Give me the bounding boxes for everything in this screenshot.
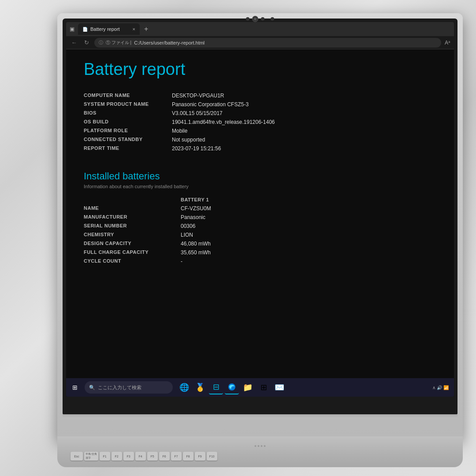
screen-bezel: ▣ 📄 Battery report × + ← ↻ ⓘ ① ファイル | C:… bbox=[63, 19, 457, 414]
battery-row-manufacturer: MANUFACTURER Panasonic bbox=[84, 213, 436, 222]
address-field[interactable]: ⓘ ① ファイル | C:/Users/user/battery-report.… bbox=[94, 38, 441, 48]
battery-label-manufacturer: MANUFACTURER bbox=[84, 214, 181, 220]
label-computer-name: COMPUTER NAME bbox=[84, 93, 172, 99]
battery-value-full-charge: 35,650 mWh bbox=[181, 249, 211, 256]
browser-settings-icon[interactable]: Aᵃ bbox=[445, 40, 450, 46]
speaker-dot1 bbox=[255, 445, 257, 447]
key-f10[interactable]: F10 bbox=[207, 452, 217, 461]
key-f2[interactable]: F2 bbox=[112, 452, 122, 461]
taskbar-search-icon: 🔍 bbox=[89, 385, 95, 390]
key-f5[interactable]: F5 bbox=[147, 452, 158, 461]
info-row-os-build: OS BUILD 19041.1.amd64fre.vb_release.191… bbox=[84, 118, 436, 126]
battery-value-manufacturer: Panasonic bbox=[181, 214, 205, 220]
webcam-indicator-dot3 bbox=[271, 17, 274, 21]
battery-label-full-charge: FULL CHARGE CAPACITY bbox=[84, 249, 181, 256]
installed-batteries-title: Installed batteries bbox=[84, 171, 436, 182]
value-computer-name: DESKTOP-VPGAU1R bbox=[172, 93, 224, 99]
key-f6[interactable]: F6 bbox=[159, 452, 170, 461]
browser-sidebar-icon[interactable]: ▣ bbox=[70, 26, 74, 32]
browser-tab-battery-report[interactable]: 📄 Battery report × bbox=[78, 23, 140, 35]
webcam-indicator-dot2 bbox=[261, 17, 264, 21]
battery-row-full-charge: FULL CHARGE CAPACITY 35,650 mWh bbox=[84, 248, 436, 257]
value-connected-standby: Not supported bbox=[172, 137, 205, 143]
value-os-build: 19041.1.amd64fre.vb_release.191206-1406 bbox=[172, 119, 275, 125]
address-lock-icon: ⓘ bbox=[99, 40, 103, 46]
taskbar-right-area: ∧ 🔊 📶 bbox=[432, 385, 452, 390]
webcam-indicator-dot bbox=[246, 17, 249, 21]
label-report-time: REPORT TIME bbox=[84, 145, 172, 152]
speaker-dot2 bbox=[258, 445, 260, 447]
battery-value-serial: 00306 bbox=[181, 223, 195, 229]
value-platform-role: Mobile bbox=[172, 128, 187, 134]
battery-value-name: CF-VZSU0M bbox=[181, 205, 211, 212]
new-tab-button[interactable]: + bbox=[141, 25, 151, 33]
screen: ▣ 📄 Battery report × + ← ↻ ⓘ ① ファイル | C:… bbox=[66, 22, 454, 397]
refresh-button[interactable]: ↻ bbox=[82, 39, 91, 46]
taskbar-search-placeholder: ここに入力して検索 bbox=[98, 384, 141, 391]
taskbar-icon-store[interactable]: ⊞ bbox=[257, 380, 271, 394]
value-system-product: Panasonic Corporation CFSZ5-3 bbox=[172, 101, 249, 108]
info-row-connected-standby: CONNECTED STANDBY Not supported bbox=[84, 135, 436, 144]
taskbar-system-tray: ∧ 🔊 📶 bbox=[432, 385, 449, 390]
taskbar-icon-edge[interactable]: ⊟ bbox=[209, 380, 223, 394]
info-row-system-product: SYSTEM PRODUCT NAME Panasonic Corporatio… bbox=[84, 100, 436, 109]
taskbar-icon-medal[interactable]: 🥇 bbox=[193, 380, 207, 394]
info-row-computer-name: COMPUTER NAME DESKTOP-VPGAU1R bbox=[84, 91, 436, 100]
webcam-lens bbox=[252, 16, 258, 22]
browser-chrome: ▣ 📄 Battery report × + bbox=[66, 22, 454, 36]
key-f9[interactable]: F9 bbox=[195, 452, 205, 461]
speaker-dot3 bbox=[261, 445, 263, 447]
taskbar-icon-globe[interactable]: 🌐 bbox=[177, 380, 191, 394]
battery-label-cycle-count: CYCLE COUNT bbox=[84, 258, 181, 264]
battery-value-chemistry: LION bbox=[181, 232, 193, 238]
key-f8[interactable]: F8 bbox=[183, 452, 193, 461]
screen-bottom-bar bbox=[63, 414, 457, 418]
report-title: Battery report bbox=[84, 60, 436, 79]
speaker-dots bbox=[255, 445, 266, 447]
info-row-platform-role: PLATFORM ROLE Mobile bbox=[84, 126, 436, 135]
keyboard-row: Esc 半角/全角漢字 F1 F2 F3 F4 F5 F6 F7 F8 F9 F… bbox=[71, 452, 450, 461]
laptop-shell: ▣ 📄 Battery report × + ← ↻ ⓘ ① ファイル | C:… bbox=[57, 13, 463, 441]
key-f1[interactable]: F1 bbox=[100, 452, 110, 461]
key-esc[interactable]: Esc bbox=[71, 452, 83, 461]
label-platform-role: PLATFORM ROLE bbox=[84, 128, 172, 134]
key-f4[interactable]: F4 bbox=[135, 452, 146, 461]
installed-batteries-subtitle: Information about each currently install… bbox=[84, 184, 436, 189]
battery-column-header: BATTERY 1 bbox=[181, 197, 436, 202]
tab-title-label: Battery report bbox=[90, 26, 120, 32]
label-bios: BIOS bbox=[84, 110, 172, 116]
taskbar: ⊞ 🔍 ここに入力して検索 🌐 🥇 ⊟ 📁 ⊞ ✉️ bbox=[66, 378, 454, 397]
report-content: Battery report COMPUTER NAME DESKTOP-VPG… bbox=[66, 49, 454, 397]
battery-label-name: NAME bbox=[84, 205, 181, 212]
taskbar-search-bar[interactable]: 🔍 ここに入力して検索 bbox=[85, 381, 173, 394]
taskbar-icon-explorer[interactable]: 📁 bbox=[241, 380, 255, 394]
battery-value-design-capacity: 46,080 mWh bbox=[181, 241, 211, 247]
start-button[interactable]: ⊞ bbox=[68, 380, 82, 394]
label-os-build: OS BUILD bbox=[84, 119, 172, 125]
tab-document-icon: 📄 bbox=[82, 27, 88, 32]
back-button[interactable]: ← bbox=[70, 39, 78, 46]
info-row-report-time: REPORT TIME 2023-07-19 15:21:56 bbox=[84, 144, 436, 153]
taskbar-icon-mail[interactable]: ✉️ bbox=[272, 380, 286, 394]
battery-row-chemistry: CHEMISTRY LION bbox=[84, 231, 436, 239]
value-report-time: 2023-07-19 15:21:56 bbox=[172, 145, 221, 152]
key-f3[interactable]: F3 bbox=[123, 452, 134, 461]
speaker-dot4 bbox=[264, 445, 266, 447]
installed-batteries-section: Installed batteries Information about ea… bbox=[84, 171, 436, 266]
key-f7[interactable]: F7 bbox=[171, 452, 182, 461]
value-bios: V3.00L15 05/15/2017 bbox=[172, 110, 223, 116]
battery-row-serial: SERIAL NUMBER 00306 bbox=[84, 222, 436, 231]
battery-label-design-capacity: DESIGN CAPACITY bbox=[84, 241, 181, 247]
address-url: C:/Users/user/battery-report.html bbox=[134, 40, 205, 45]
tab-close-button[interactable]: × bbox=[133, 26, 135, 32]
battery-row-name: NAME CF-VZSU0M bbox=[84, 204, 436, 213]
taskbar-icon-edge-browser[interactable] bbox=[225, 380, 239, 394]
key-hankaku[interactable]: 半角/全角漢字 bbox=[84, 452, 98, 461]
info-row-bios: BIOS V3.00L15 05/15/2017 bbox=[84, 109, 436, 118]
battery-label-serial: SERIAL NUMBER bbox=[84, 223, 181, 229]
battery-row-design-capacity: DESIGN CAPACITY 46,080 mWh bbox=[84, 239, 436, 248]
start-icon: ⊞ bbox=[72, 384, 78, 391]
battery-label-chemistry: CHEMISTRY bbox=[84, 232, 181, 238]
browser-address-bar: ← ↻ ⓘ ① ファイル | C:/Users/user/battery-rep… bbox=[66, 36, 454, 49]
battery-details-table: NAME CF-VZSU0M MANUFACTURER Panasonic SE… bbox=[84, 204, 436, 266]
